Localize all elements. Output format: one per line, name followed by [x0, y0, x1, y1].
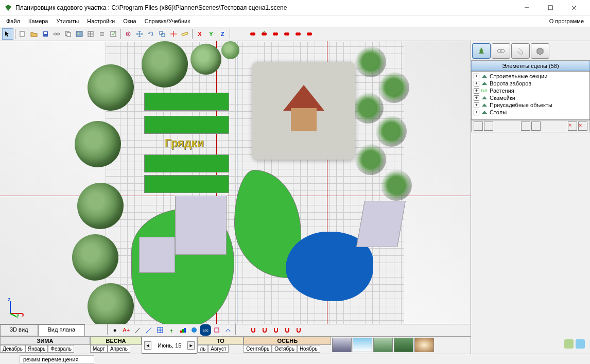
checklist-button[interactable] — [108, 28, 119, 40]
bt-text[interactable]: A+ — [120, 324, 132, 336]
svg-rect-24 — [162, 33, 165, 37]
menu-file[interactable]: Файл — [2, 17, 24, 25]
svg-text:y: y — [16, 311, 20, 318]
bt-chart[interactable] — [177, 324, 188, 336]
magnet-3[interactable] — [270, 324, 282, 336]
z-axis-button[interactable]: Z — [217, 28, 228, 40]
menu-settings[interactable]: Настройки — [83, 17, 119, 25]
svg-point-8 — [54, 33, 57, 35]
panel-header: Элементы сцены (58) — [471, 61, 590, 71]
save-button[interactable] — [40, 28, 51, 40]
preview-thumb-3[interactable] — [373, 338, 393, 352]
tree-node: +Ворота заборов — [473, 80, 588, 87]
svg-point-9 — [57, 33, 60, 35]
ruler-tool[interactable] — [179, 28, 190, 40]
side-tab-link[interactable] — [492, 43, 510, 59]
tab-3d-view[interactable]: 3D вид — [0, 324, 38, 336]
tab-plan-view[interactable]: Вид плана — [38, 324, 85, 336]
camera-tool-3[interactable] — [270, 28, 281, 40]
camera-tool-2[interactable] — [258, 28, 270, 40]
magnet-4[interactable] — [282, 324, 293, 336]
bt-plants[interactable] — [166, 324, 177, 336]
month-july[interactable]: ль — [197, 345, 208, 353]
canvas-area: Грядки z x y — [0, 41, 471, 354]
menu-help[interactable]: Справка/Учебник — [141, 17, 194, 25]
date-prev[interactable]: ◄ — [144, 341, 151, 350]
menu-windows[interactable]: Окна — [119, 17, 141, 25]
svg-point-13 — [78, 33, 79, 34]
tree-node: +Столы — [473, 109, 588, 116]
prop-btn-2[interactable] — [484, 122, 493, 131]
camera-tool-4[interactable] — [281, 28, 292, 40]
preview-thumb-5[interactable] — [414, 338, 434, 352]
open-button[interactable] — [28, 28, 40, 40]
date-next[interactable]: ► — [187, 341, 195, 350]
bt-snap1[interactable] — [211, 324, 222, 336]
month-december[interactable]: Декабрь — [0, 345, 25, 353]
prop-btn-4[interactable] — [531, 122, 541, 131]
new-button[interactable] — [17, 28, 28, 40]
menu-camera[interactable]: Камера — [24, 17, 52, 25]
status-bar: режим перемещения — [0, 354, 590, 364]
camera-tool-1[interactable] — [247, 28, 258, 40]
minimize-button[interactable] — [515, 0, 539, 15]
preview-thumb-1[interactable] — [332, 338, 352, 352]
side-tab-scene[interactable] — [472, 43, 491, 59]
preview-thumb-4[interactable] — [394, 338, 413, 352]
side-tab-attach[interactable] — [511, 43, 530, 59]
tree-node: +Скамейки — [473, 94, 588, 101]
month-january[interactable]: Январь — [25, 345, 48, 353]
x-axis-button[interactable]: X — [194, 28, 205, 40]
svg-point-55 — [500, 49, 505, 53]
menu-about[interactable]: О программе — [545, 17, 588, 25]
magnet-1[interactable] — [248, 324, 259, 336]
view-tool[interactable] — [123, 28, 134, 40]
tree-node: +Растения — [473, 87, 588, 94]
bt-null[interactable]: ● — [109, 324, 120, 336]
crosshair-tool[interactable] — [168, 28, 179, 40]
list-button[interactable] — [96, 28, 108, 40]
camera-tool-6[interactable] — [304, 28, 315, 40]
watermark — [564, 339, 585, 349]
select-tool[interactable] — [2, 28, 13, 40]
y-axis-button[interactable]: Y — [205, 28, 217, 40]
layers-button[interactable] — [85, 28, 96, 40]
month-april[interactable]: Апрель — [108, 345, 130, 353]
svg-rect-51 — [184, 328, 186, 333]
bt-grid[interactable] — [154, 324, 166, 336]
preview-thumb-2[interactable] — [353, 338, 372, 352]
maximize-button[interactable] — [539, 0, 562, 15]
side-tab-box[interactable] — [531, 43, 549, 59]
bt-curve[interactable] — [143, 324, 154, 336]
scene-tree[interactable]: +Строительные секции +Ворота заборов +Ра… — [471, 71, 590, 120]
camera-tool-5[interactable] — [292, 28, 304, 40]
magnet-5[interactable] — [293, 324, 304, 336]
rotate-tool[interactable] — [145, 28, 157, 40]
picture-button[interactable] — [74, 28, 85, 40]
scale-tool[interactable] — [157, 28, 168, 40]
prop-btn-del2[interactable]: × — [578, 122, 587, 131]
svg-point-52 — [192, 327, 197, 333]
magnet-2[interactable] — [259, 324, 270, 336]
bt-abc[interactable]: abc — [200, 324, 211, 336]
month-november[interactable]: Ноябрь — [297, 345, 320, 353]
axis-gizmo: z x y — [6, 297, 27, 318]
link-button[interactable] — [51, 28, 62, 40]
prop-btn-del1[interactable]: × — [568, 122, 577, 131]
bt-line[interactable]: ／ — [132, 324, 143, 336]
prop-btn-3[interactable] — [521, 122, 530, 131]
month-september[interactable]: Сентябрь — [244, 345, 272, 353]
month-august[interactable]: Август — [208, 345, 229, 353]
month-march[interactable]: Март — [90, 345, 108, 353]
viewport[interactable]: Грядки z x y — [0, 41, 471, 324]
menu-utilities[interactable]: Утилиты — [53, 17, 83, 25]
season-winter: ЗИМА — [0, 337, 90, 345]
move-tool[interactable] — [134, 28, 145, 40]
close-button[interactable] — [562, 0, 586, 15]
copy-button[interactable] — [62, 28, 74, 40]
bt-globe[interactable] — [188, 324, 200, 336]
bt-snap2[interactable] — [222, 324, 234, 336]
month-october[interactable]: Октябрь — [272, 345, 297, 353]
month-february[interactable]: Февраль — [48, 345, 74, 353]
prop-btn-1[interactable] — [474, 122, 483, 131]
